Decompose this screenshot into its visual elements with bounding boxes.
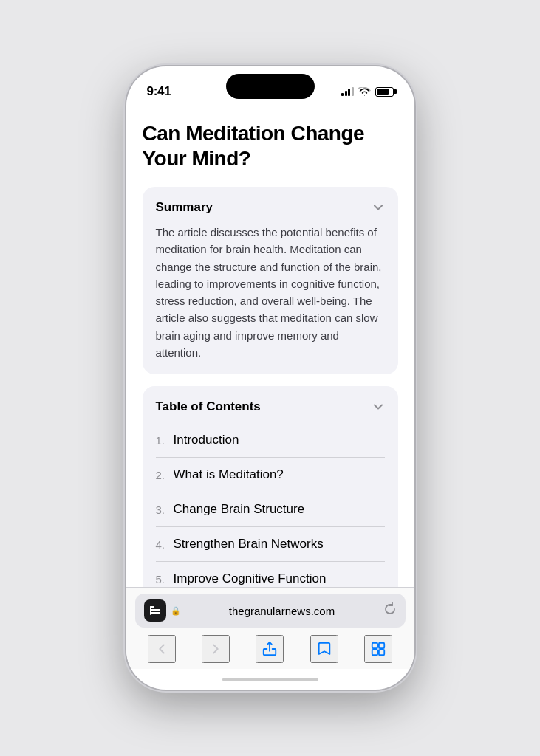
- status-time: 9:41: [147, 84, 171, 99]
- browser-bar: 🔒 thegranularnews.com: [126, 587, 414, 669]
- home-bar: [222, 678, 318, 681]
- toc-list: 1. Introduction 2. What is Meditation? 3…: [156, 423, 385, 587]
- summary-card: Summary The article discusses the potent…: [143, 187, 398, 374]
- article-title: Can Meditation Change Your Mind?: [143, 121, 398, 171]
- tabs-button[interactable]: [364, 635, 392, 663]
- toc-item-label: Strengthen Brain Networks: [174, 537, 324, 551]
- toc-chevron-icon[interactable]: [372, 400, 385, 413]
- bookmarks-button[interactable]: [310, 635, 338, 663]
- toc-item[interactable]: 5. Improve Cognitive Function: [156, 562, 385, 587]
- toc-item[interactable]: 4. Strengthen Brain Networks: [156, 527, 385, 562]
- toc-item[interactable]: 2. What is Meditation?: [156, 458, 385, 492]
- svg-rect-4: [372, 643, 377, 648]
- browser-nav: [135, 630, 406, 664]
- url-bar[interactable]: 🔒 thegranularnews.com: [135, 594, 406, 628]
- toc-item-number: 3.: [156, 504, 174, 516]
- lock-icon: 🔒: [171, 606, 181, 616]
- wifi-icon: [358, 87, 371, 97]
- status-icons: [341, 87, 394, 97]
- toc-header: Table of Contents: [156, 399, 385, 414]
- phone-frame: 9:41 Can Meditation Change: [126, 66, 414, 690]
- dynamic-island: [226, 74, 315, 99]
- summary-chevron-icon[interactable]: [372, 201, 385, 214]
- toc-item-label: Change Brain Structure: [174, 502, 305, 517]
- toc-title: Table of Contents: [156, 399, 261, 414]
- toc-item-label: Introduction: [174, 433, 239, 447]
- reader-icon[interactable]: [144, 599, 166, 622]
- forward-button[interactable]: [202, 635, 230, 663]
- url-text[interactable]: thegranularnews.com: [185, 605, 379, 617]
- phone-screen: 9:41 Can Meditation Change: [126, 66, 414, 690]
- toc-item-number: 4.: [156, 538, 174, 551]
- back-button[interactable]: [148, 635, 176, 663]
- share-button[interactable]: [256, 635, 284, 663]
- toc-item-number: 1.: [156, 434, 174, 447]
- battery-icon: [375, 87, 394, 97]
- svg-rect-5: [379, 643, 384, 648]
- summary-header: Summary: [156, 200, 385, 215]
- svg-rect-2: [150, 612, 160, 614]
- svg-rect-1: [150, 609, 160, 611]
- toc-item-number: 2.: [156, 469, 174, 481]
- article-content[interactable]: Can Meditation Change Your Mind? Summary…: [126, 106, 414, 587]
- svg-rect-7: [379, 650, 384, 655]
- home-indicator: [126, 669, 414, 690]
- svg-rect-3: [150, 606, 151, 615]
- toc-item-label: What is Meditation?: [174, 467, 284, 482]
- svg-rect-6: [372, 650, 377, 655]
- toc-item-number: 5.: [156, 573, 174, 585]
- toc-item[interactable]: 1. Introduction: [156, 423, 385, 458]
- reload-icon[interactable]: [383, 602, 397, 619]
- status-bar: 9:41: [126, 66, 414, 106]
- summary-body: The article discusses the potential bene…: [156, 224, 385, 361]
- toc-card: Table of Contents 1. Introduction 2. Wha…: [143, 386, 398, 587]
- summary-title: Summary: [156, 200, 213, 215]
- signal-icon: [341, 87, 354, 96]
- toc-item-label: Improve Cognitive Function: [174, 571, 327, 586]
- toc-item[interactable]: 3. Change Brain Structure: [156, 492, 385, 527]
